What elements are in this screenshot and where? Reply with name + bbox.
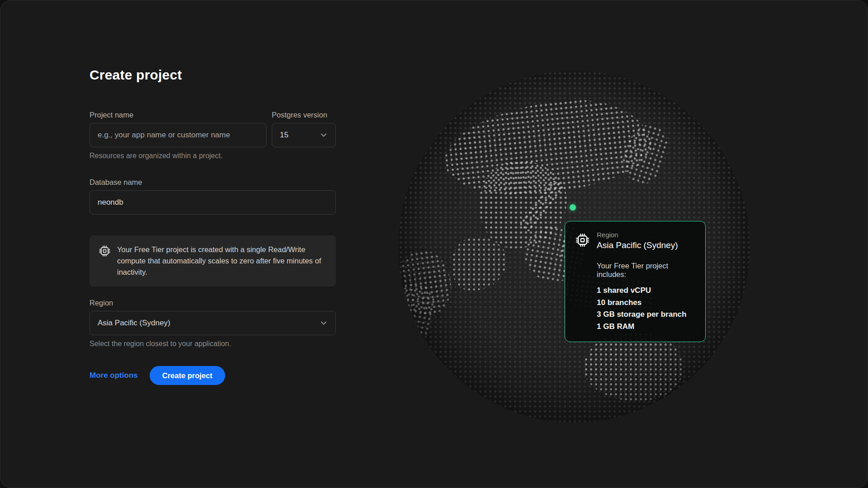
region-marker-dot[interactable] xyxy=(570,204,576,211)
postgres-version-label: Postgres version xyxy=(272,111,336,119)
page-title: Create project xyxy=(90,67,336,83)
postgres-version-select[interactable]: 15 xyxy=(272,123,336,147)
create-project-form: Create project Project name Postgres ver… xyxy=(90,67,336,385)
tooltip-include-item: 1 shared vCPU xyxy=(597,285,694,297)
region-value: Asia Pacific (Sydney) xyxy=(98,319,170,328)
more-options-link[interactable]: More options xyxy=(90,371,138,380)
region-helper: Select the region closest to your applic… xyxy=(90,340,336,348)
region-tooltip: Region Asia Pacific (Sydney) Your Free T… xyxy=(565,221,706,342)
tooltip-include-item: 10 branches xyxy=(597,297,694,309)
region-label: Region xyxy=(90,299,336,307)
region-select[interactable]: Asia Pacific (Sydney) xyxy=(90,311,336,335)
chevron-down-icon xyxy=(320,319,328,327)
tooltip-region-label: Region xyxy=(597,231,678,239)
tooltip-include-item: 1 GB RAM xyxy=(597,321,694,333)
cpu-chip-icon xyxy=(575,233,590,248)
free-tier-notice: Your Free Tier project is created with a… xyxy=(90,235,336,286)
create-project-button[interactable]: Create project xyxy=(150,366,225,385)
free-tier-notice-text: Your Free Tier project is created with a… xyxy=(117,244,327,278)
postgres-version-value: 15 xyxy=(280,131,288,140)
database-name-label: Database name xyxy=(90,178,336,187)
project-name-helper: Resources are organized within a project… xyxy=(90,152,336,160)
chevron-down-icon xyxy=(320,131,328,139)
project-name-input[interactable] xyxy=(90,123,267,147)
database-name-input[interactable] xyxy=(90,190,336,215)
tooltip-include-item: 3 GB storage per branch xyxy=(597,309,694,321)
project-name-label: Project name xyxy=(90,111,267,119)
cpu-chip-icon xyxy=(99,245,111,257)
tooltip-includes-title: Your Free Tier project includes: xyxy=(597,262,694,279)
tooltip-region-name: Asia Pacific (Sydney) xyxy=(597,240,678,250)
create-project-panel: Create project Project name Postgres ver… xyxy=(0,0,868,488)
